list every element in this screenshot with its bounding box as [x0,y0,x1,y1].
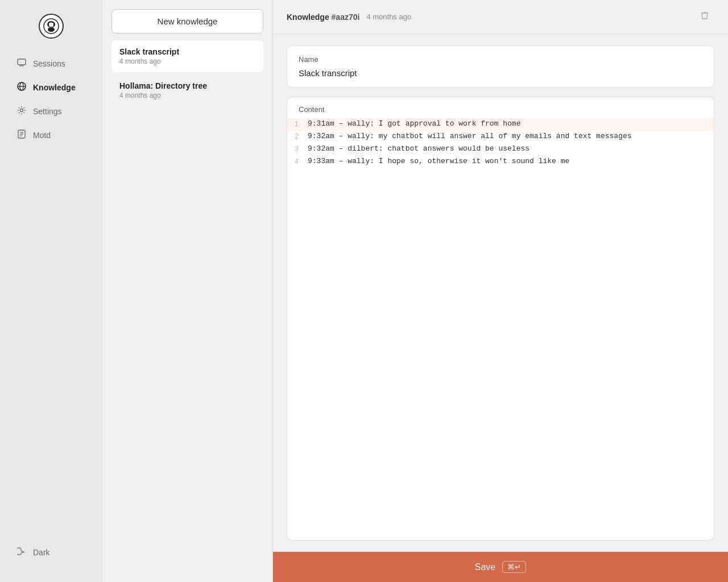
sidebar-item-knowledge[interactable]: Knowledge [5,76,98,99]
motd-icon [16,130,27,141]
knowledge-item-slack[interactable]: Slack transcript 4 months ago [111,40,263,72]
save-shortcut: ⌘↵ [502,561,526,573]
content-card: Content 19:31am – wally: I got approval … [287,97,714,541]
line-content: 9:32am – dilbert: chatbot answers would … [308,143,530,155]
middle-panel: New knowledge Slack transcript 4 months … [102,0,273,582]
code-line: 39:32am – dilbert: chatbot answers would… [287,143,714,156]
main-header: Knowledge #aaz70i 4 months ago [273,0,728,34]
content-label: Content [287,97,714,118]
line-number: 2 [287,131,308,143]
name-label: Name [299,55,702,64]
header-delete-button[interactable] [695,8,714,26]
main-content: Knowledge #aaz70i 4 months ago Name Slac… [273,0,728,582]
save-bar[interactable]: Save ⌘↵ [273,552,728,582]
settings-icon [16,106,27,117]
knowledge-item-hollama[interactable]: Hollama: Directory tree 4 months ago [111,74,263,106]
save-button-label: Save [475,562,495,572]
sessions-icon [16,58,27,69]
sidebar-item-motd-label: Motd [33,131,51,140]
name-value: Slack transcript [299,68,702,78]
line-content: 9:32am – wally: my chatbot will answer a… [308,131,632,142]
sidebar-nav: Sessions Knowledge Settings [0,52,102,532]
knowledge-item-info: Slack transcript 4 months ago [119,47,255,65]
knowledge-item-date: 4 months ago [119,57,255,65]
main-header-info: Knowledge #aaz70i 4 months ago [287,13,411,22]
sidebar: Sessions Knowledge Settings [0,0,102,582]
svg-point-4 [49,23,50,24]
dark-mode-label: Dark [33,548,50,557]
knowledge-list: Slack transcript 4 months ago Hollama: D… [111,40,263,106]
svg-rect-6 [18,59,26,65]
new-knowledge-button[interactable]: New knowledge [111,9,263,34]
line-number: 4 [287,156,308,168]
line-content: 9:33am – wally: I hope so, otherwise it … [308,156,569,167]
code-editor[interactable]: 19:31am – wally: I got approval to work … [287,118,714,540]
knowledge-item-title-hollama: Hollama: Directory tree [119,81,255,90]
app-logo [39,14,64,39]
knowledge-item-date-hollama: 4 months ago [119,92,255,99]
svg-point-3 [48,27,55,32]
knowledge-item-title: Slack transcript [119,47,255,56]
knowledge-id: Knowledge #aaz70i [287,13,359,22]
sidebar-item-settings-label: Settings [33,107,62,116]
header-timestamp: 4 months ago [366,13,411,21]
code-line: 19:31am – wally: I got approval to work … [287,118,714,131]
logo [0,9,102,52]
sidebar-item-dark[interactable]: Dark [5,541,98,564]
line-content: 9:31am – wally: I got approval to work f… [308,118,520,130]
sidebar-item-knowledge-label: Knowledge [33,83,76,92]
line-number: 3 [287,143,308,155]
knowledge-item-info-hollama: Hollama: Directory tree 4 months ago [119,81,255,99]
knowledge-icon [16,82,27,93]
line-number: 1 [287,118,308,130]
code-line: 29:32am – wally: my chatbot will answer … [287,131,714,143]
svg-point-5 [52,23,53,24]
sidebar-item-sessions[interactable]: Sessions [5,52,98,75]
name-card: Name Slack transcript [287,45,714,88]
main-body: Name Slack transcript Content 19:31am – … [273,34,728,552]
sidebar-item-settings[interactable]: Settings [5,100,98,123]
sidebar-bottom: Dark [0,532,102,573]
sidebar-item-sessions-label: Sessions [33,59,65,68]
svg-point-10 [20,109,23,112]
dark-mode-icon [16,547,27,558]
sidebar-item-motd[interactable]: Motd [5,124,98,147]
code-line: 49:33am – wally: I hope so, otherwise it… [287,156,714,168]
